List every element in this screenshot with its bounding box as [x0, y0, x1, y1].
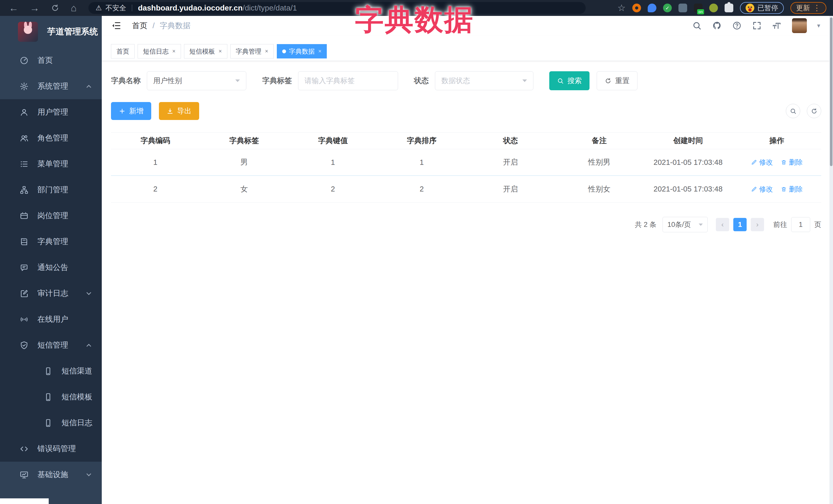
fullscreen-icon[interactable] — [752, 21, 762, 30]
sidebar-menu-item[interactable]: 短信管理 — [0, 332, 102, 358]
sidebar-menu-item[interactable]: 通知公告 — [0, 255, 102, 281]
menu-item-icon — [20, 134, 29, 143]
page-content: 字典名称 用户性别 字典标签 状态 数据状态 — [102, 61, 829, 232]
search-icon[interactable] — [692, 21, 702, 30]
tag-tab[interactable]: 字典管理 × — [231, 44, 274, 58]
sidebar-menu-item[interactable]: 基础设施 — [0, 462, 102, 487]
sidebar-scroll-corner — [0, 498, 49, 504]
sidebar-menu-item[interactable]: 在线用户 — [0, 306, 102, 332]
sidebar-menu-item[interactable]: 短信日志 — [0, 410, 102, 436]
update-button[interactable]: 更新 ⋮ — [790, 2, 826, 14]
dict-name-value: 用户性别 — [153, 76, 182, 86]
status-select[interactable]: 数据状态 — [435, 71, 533, 90]
next-page-button[interactable]: › — [751, 218, 764, 231]
collapse-sidebar-icon[interactable] — [111, 21, 121, 31]
tab-label: 短信模板 — [189, 47, 215, 56]
sidebar-menu-item[interactable]: 错误码管理 — [0, 436, 102, 462]
screen: ← → ⌂ ⚠ 不安全 dashboard.yudao.iocoder.cn /… — [0, 0, 833, 504]
filter-dict-name: 字典名称 用户性别 — [111, 71, 246, 90]
delete-link[interactable]: 删除 — [781, 158, 803, 167]
help-icon[interactable] — [732, 21, 742, 30]
url-path: /dict/type/data/1 — [243, 4, 297, 12]
close-icon[interactable]: × — [318, 48, 322, 55]
tag-tab[interactable]: 首页 — [111, 44, 135, 58]
extension-icon-olive[interactable] — [709, 4, 718, 12]
bookmark-star-icon[interactable]: ☆ — [617, 3, 626, 13]
extension-icon-on-badge[interactable] — [694, 4, 703, 12]
extension-icon-orange[interactable] — [632, 4, 641, 12]
search-button[interactable]: 搜索 — [549, 71, 590, 90]
menu-item-label: 错误码管理 — [38, 443, 76, 454]
sidebar-menu-item[interactable]: 菜单管理 — [0, 151, 102, 177]
profile-paused-pill[interactable]: 已暂停 — [740, 2, 784, 14]
sidebar-menu-item[interactable]: 字典管理 — [0, 229, 102, 255]
sidebar-menu-item[interactable]: 用户管理 — [0, 99, 102, 125]
add-button[interactable]: 新增 — [111, 102, 151, 120]
menu-item-icon — [20, 470, 29, 479]
extensions-puzzle-icon[interactable] — [724, 4, 733, 12]
breadcrumb-separator: / — [152, 21, 154, 30]
dict-name-select[interactable]: 用户性别 — [147, 71, 246, 90]
cell-dict-code: 1 — [111, 158, 200, 167]
sidebar-menu-item[interactable]: 短信渠道 — [0, 358, 102, 384]
sidebar-menu: 首页 系统管理 用户管理 — [0, 47, 102, 487]
back-icon[interactable]: ← — [9, 3, 19, 13]
prev-page-button[interactable]: ‹ — [716, 218, 729, 231]
app-logo-row[interactable]: 芋道管理系统 — [0, 16, 102, 47]
update-label: 更新 — [796, 3, 810, 13]
font-size-icon[interactable] — [772, 21, 782, 30]
edit-label: 修改 — [759, 185, 773, 194]
tab-label: 字典数据 — [289, 47, 315, 56]
sidebar-menu-item[interactable]: 角色管理 — [0, 125, 102, 151]
current-page[interactable]: 1 — [733, 218, 747, 231]
home-icon[interactable]: ⌂ — [71, 3, 77, 13]
delete-link[interactable]: 删除 — [781, 185, 803, 194]
dict-tag-input[interactable] — [298, 71, 398, 90]
sidebar-menu-item[interactable]: 部门管理 — [0, 177, 102, 203]
extension-icon-slate[interactable] — [679, 4, 687, 12]
search-icon — [790, 108, 796, 115]
menu-item-label: 短信管理 — [38, 340, 68, 351]
tag-tab[interactable]: 短信日志 × — [138, 44, 181, 58]
close-icon[interactable]: × — [219, 48, 222, 55]
export-button[interactable]: 导出 — [159, 102, 199, 120]
tag-tab[interactable]: 短信模板 × — [184, 44, 227, 58]
refresh-table-button[interactable] — [807, 104, 821, 118]
sidebar-menu-item[interactable]: 审计日志 — [0, 281, 102, 306]
breadcrumb-home[interactable]: 首页 — [132, 21, 147, 31]
reset-button[interactable]: 重置 — [597, 71, 638, 90]
goto-page-input[interactable] — [791, 217, 810, 232]
page-scrollbar[interactable] — [829, 16, 833, 504]
menu-item-icon — [20, 211, 29, 220]
cell-status: 开启 — [466, 184, 555, 194]
sidebar-menu-item[interactable]: 岗位管理 — [0, 203, 102, 229]
extension-icon-drop[interactable] — [648, 4, 657, 12]
close-icon[interactable]: × — [172, 48, 175, 55]
extension-icon-check[interactable]: ✓ — [663, 4, 672, 12]
cell-remark: 性别男 — [555, 157, 644, 167]
tag-tab[interactable]: 字典数据 × — [277, 44, 327, 58]
status-placeholder: 数据状态 — [442, 76, 470, 86]
forward-icon[interactable]: → — [30, 3, 40, 13]
github-icon[interactable] — [712, 21, 722, 30]
delete-label: 删除 — [789, 185, 803, 194]
user-avatar[interactable] — [792, 18, 807, 33]
reload-icon[interactable] — [51, 4, 60, 12]
address-bar[interactable]: ⚠ 不安全 dashboard.yudao.iocoder.cn /dict/t… — [89, 2, 586, 14]
chevron-down-icon — [86, 290, 91, 295]
page-size-select[interactable]: 10条/页 — [663, 217, 708, 232]
edit-link[interactable]: 修改 — [751, 158, 773, 167]
cell-dict-value: 2 — [289, 185, 377, 193]
cell-status: 开启 — [466, 157, 555, 167]
menu-item-label: 基础设施 — [38, 470, 68, 480]
browser-menu-icon[interactable]: ⋮ — [813, 4, 821, 12]
scrollbar-thumb[interactable] — [830, 18, 832, 166]
close-icon[interactable]: × — [265, 48, 268, 55]
add-button-label: 新增 — [129, 106, 144, 116]
sidebar-menu-item[interactable]: 首页 — [0, 47, 102, 73]
avatar-caret-icon[interactable]: ▾ — [817, 22, 820, 29]
toggle-search-button[interactable] — [786, 104, 800, 118]
edit-link[interactable]: 修改 — [751, 185, 773, 194]
sidebar-menu-item[interactable]: 系统管理 — [0, 73, 102, 99]
sidebar-menu-item[interactable]: 短信模板 — [0, 384, 102, 410]
